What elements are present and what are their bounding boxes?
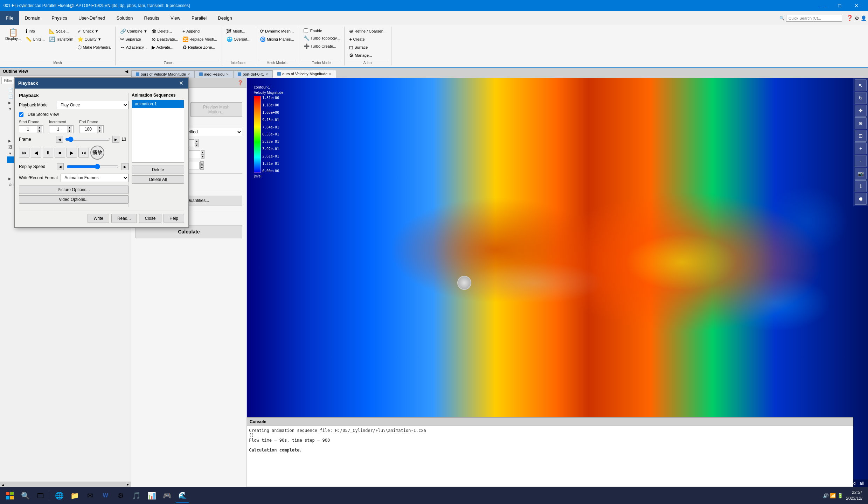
maximize-button[interactable]: □: [832, 0, 848, 11]
check-button[interactable]: ✓ Check▼: [76, 27, 112, 35]
close-button[interactable]: ✕: [848, 0, 864, 11]
ctrl-pause-btn[interactable]: ⏸: [43, 148, 53, 158]
replace-mesh-button[interactable]: 🔀 Replace Mesh...: [181, 35, 219, 43]
taskbar-word[interactable]: W: [98, 489, 112, 503]
turbo-topology-button[interactable]: 🔧 Turbo Topology...: [302, 34, 342, 42]
help-icon[interactable]: ❓: [846, 15, 853, 21]
expand-reports[interactable]: ▶: [8, 177, 13, 181]
use-stored-view-cb[interactable]: [19, 112, 23, 117]
taskbar-app3[interactable]: 📊: [145, 489, 159, 503]
append-button[interactable]: + Append: [181, 27, 219, 35]
separate-button[interactable]: ✂ Separate: [118, 35, 149, 43]
time-steps-down[interactable]: ▼: [195, 143, 199, 147]
video-options-btn[interactable]: Video Options...: [19, 195, 129, 204]
taskbar-explorer[interactable]: 📁: [68, 489, 82, 503]
start-button[interactable]: [3, 489, 17, 503]
tab-0[interactable]: ours of Velocity Magnitude ✕: [131, 70, 195, 78]
preview-mesh-button[interactable]: Preview Mesh Motion...: [190, 102, 243, 117]
expand-anim[interactable]: ▼: [8, 152, 13, 155]
combine-button[interactable]: 🔗 Combine▼: [118, 27, 149, 35]
deactivate-button[interactable]: ⊘ Deactivate...: [150, 35, 180, 43]
user-icon[interactable]: 👤: [861, 15, 867, 21]
read-btn[interactable]: Read...: [111, 214, 137, 223]
anim-seq-item-0[interactable]: animation-1: [132, 100, 184, 108]
tab-3[interactable]: ours of Velocity Magnitude ✕: [273, 70, 336, 78]
frame-next-btn[interactable]: ▶: [112, 136, 119, 143]
surface-adapt-button[interactable]: ◻ Surface: [347, 43, 388, 51]
enable-checkbox[interactable]: Enable: [302, 27, 342, 34]
taskbar-app2[interactable]: 🎵: [129, 489, 143, 503]
dialog-close-button[interactable]: ✕: [178, 80, 185, 86]
increment-up[interactable]: ▲: [67, 126, 72, 129]
close-dialog-btn[interactable]: Close: [139, 214, 162, 223]
vis-rotate-tool[interactable]: ↻: [855, 92, 867, 104]
ri-down[interactable]: ▼: [200, 166, 204, 170]
delete-all-seq-btn[interactable]: Delete All: [132, 175, 184, 184]
create-adapt-button[interactable]: + Create: [347, 35, 388, 43]
ctrl-stop-btn[interactable]: ■: [55, 148, 65, 158]
taskbar-app1[interactable]: ⚙: [114, 489, 128, 503]
scale-button[interactable]: 📐 Scale...: [47, 27, 75, 35]
menu-results[interactable]: Results: [139, 11, 165, 25]
search-input[interactable]: [786, 15, 842, 22]
vis-record-tool[interactable]: ⏺: [855, 193, 867, 205]
ri-up[interactable]: ▲: [200, 161, 204, 166]
menu-domain[interactable]: Domain: [19, 11, 46, 25]
manage-button[interactable]: ⚙ Manage...: [347, 51, 388, 59]
settings-icon[interactable]: ⚙: [855, 15, 859, 21]
menu-solution[interactable]: Solution: [111, 11, 139, 25]
vis-translate-tool[interactable]: ✥: [855, 105, 867, 117]
taskbar-search[interactable]: 🔍: [18, 489, 32, 503]
increment-input[interactable]: [49, 126, 67, 132]
quality-button[interactable]: ⭐ Quality▼: [76, 35, 112, 43]
speed-inc-btn[interactable]: ▶: [121, 163, 129, 170]
expand-icon[interactable]: ▶: [8, 101, 13, 105]
units-button[interactable]: 📏 Units...: [24, 35, 46, 43]
expand-plots[interactable]: ▶: [8, 139, 13, 143]
menu-view[interactable]: View: [165, 11, 186, 25]
turbo-create-button[interactable]: ➕ Turbo Create...: [302, 42, 342, 50]
collapse-icon[interactable]: ◀: [125, 69, 128, 74]
vis-fit-tool[interactable]: ⊡: [855, 130, 867, 142]
vis-zoom-out-tool[interactable]: -: [855, 155, 867, 167]
make-polyhedra-button[interactable]: ⬡ Make Polyhedra: [76, 43, 112, 51]
scroll-down-btn[interactable]: ▼: [126, 483, 130, 486]
refine-button[interactable]: ⊕ Refine / Coarsen...: [347, 27, 388, 35]
menu-design[interactable]: Design: [212, 11, 237, 25]
end-frame-input[interactable]: [79, 126, 97, 132]
menu-file[interactable]: File: [0, 11, 19, 25]
vis-info-tool[interactable]: ℹ: [855, 180, 867, 192]
tab-close-1[interactable]: ✕: [226, 72, 229, 76]
adjacency-button[interactable]: ↔ Adjacency...: [118, 43, 149, 51]
tab-close-2[interactable]: ✕: [265, 72, 268, 76]
ctrl-rewind-btn[interactable]: ⏮: [19, 148, 29, 158]
start-frame-up[interactable]: ▲: [37, 126, 42, 129]
start-frame-down[interactable]: ▼: [37, 129, 42, 133]
start-frame-input[interactable]: [19, 126, 37, 132]
frame-slider[interactable]: [65, 136, 110, 142]
ctrl-play-icon[interactable]: 播放: [90, 146, 104, 160]
activate-button[interactable]: ▶ Activate...: [150, 43, 180, 51]
replace-zone-button[interactable]: ♻ Replace Zone...: [181, 43, 219, 51]
dynamic-mesh-button[interactable]: ⟳ Dynamic Mesh...: [258, 27, 296, 35]
end-frame-down[interactable]: ▼: [97, 129, 102, 133]
end-frame-up[interactable]: ▲: [97, 126, 102, 129]
tab-2[interactable]: port-def-0-r1 ✕: [233, 70, 273, 78]
ctrl-next-btn[interactable]: ▶: [67, 148, 77, 158]
mixing-planes-button[interactable]: 🌀 Mixing Planes...: [258, 35, 296, 43]
speed-dec-btn[interactable]: ◀: [57, 163, 64, 170]
taskbar-fluent-active[interactable]: 🌊: [175, 489, 189, 503]
transform-button[interactable]: 🔄 Transform: [47, 35, 75, 43]
enable-cb[interactable]: [304, 28, 308, 33]
tab-1[interactable]: aled Residu ✕: [195, 70, 233, 78]
frame-prev-btn[interactable]: ◀: [56, 136, 63, 143]
ctrl-fwd-btn[interactable]: ⏭: [78, 148, 89, 158]
task-panel-help-icon[interactable]: ❓: [237, 80, 243, 85]
scroll-up-btn[interactable]: ▲: [1, 483, 5, 486]
menu-user-defined[interactable]: User-Defined: [73, 11, 111, 25]
taskbar-task-view[interactable]: 🗔: [34, 489, 48, 503]
taskbar-mail[interactable]: ✉: [83, 489, 97, 503]
mesh-interface-button[interactable]: 🕸 Mesh...: [225, 27, 252, 35]
taskbar-app4[interactable]: 🎮: [160, 489, 174, 503]
vis-zoom-in-tool[interactable]: +: [855, 142, 867, 154]
